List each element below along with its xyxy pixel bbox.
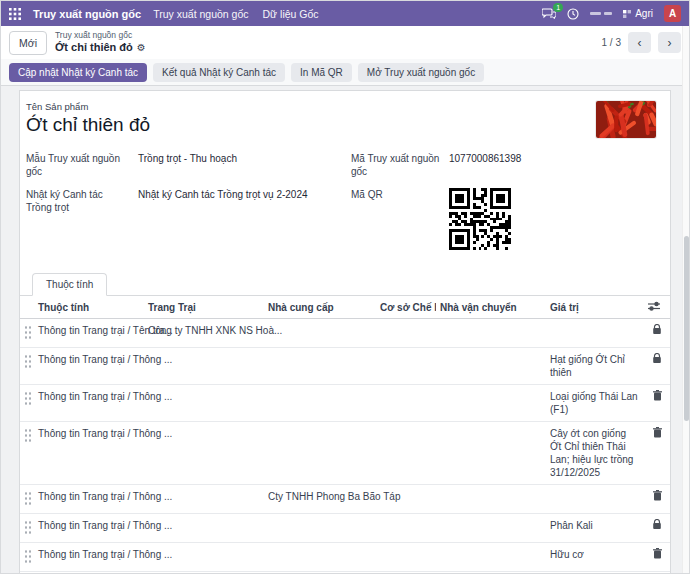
user-avatar[interactable]: A — [664, 5, 681, 22]
table-row[interactable]: Thông tin Trang trại / Thông ...Cây ớt c… — [20, 422, 670, 485]
cell-processor[interactable] — [376, 572, 436, 574]
trash-icon[interactable] — [644, 543, 670, 572]
activities-clock-icon[interactable] — [567, 8, 579, 20]
cell-attribute[interactable]: Thông tin Trang trại / Thông ... — [34, 485, 144, 514]
trash-icon[interactable] — [644, 422, 670, 485]
open-traceability-button[interactable]: Mở Truy xuất nguồn gốc — [358, 63, 484, 82]
cell-processor[interactable] — [376, 319, 436, 348]
trash-icon[interactable] — [644, 385, 670, 422]
table-row[interactable]: Thông tin Trang trại / Thông ...Hữu cơ — [20, 543, 670, 572]
cell-processor[interactable] — [376, 514, 436, 543]
cell-transporter[interactable] — [436, 385, 546, 422]
update-farming-log-button[interactable]: Cập nhật Nhật ký Canh tác — [9, 63, 147, 82]
cell-transporter[interactable] — [436, 572, 546, 574]
breadcrumb-parent[interactable]: Truy xuất nguồn gốc — [55, 31, 146, 41]
col-value[interactable]: Giá trị — [546, 296, 644, 319]
cell-processor[interactable] — [376, 385, 436, 422]
cell-value[interactable]: Cây ớt con giống Ớt Chỉ thiên Thái Lan; … — [546, 422, 644, 485]
cell-transporter[interactable] — [436, 319, 546, 348]
col-supplier[interactable]: Nhà cung cấp — [264, 296, 376, 319]
field-value[interactable]: Trồng trọt - Thu hoạch — [138, 152, 337, 165]
cell-transporter[interactable] — [436, 422, 546, 485]
app-title[interactable]: Truy xuất nguồn gốc — [33, 8, 141, 20]
menu-traceability[interactable]: Truy xuất nguồn gốc — [153, 8, 248, 20]
optional-columns-icon[interactable] — [644, 296, 670, 319]
cell-processor[interactable] — [376, 543, 436, 572]
cell-value[interactable]: Hữu cơ — [546, 543, 644, 572]
cell-transporter[interactable] — [436, 514, 546, 543]
cell-supplier[interactable] — [264, 514, 376, 543]
tab-attributes[interactable]: Thuộc tính — [32, 273, 107, 296]
cell-attribute[interactable]: Thông tin Trang trại / Thông ... — [34, 572, 144, 574]
new-button[interactable]: Mới — [9, 31, 47, 55]
cell-attribute[interactable]: Thông tin Trang trại / Thông ... — [34, 514, 144, 543]
cell-farm[interactable]: Công ty TNHH XNK NS Hoà... — [144, 319, 264, 348]
pager-next-button[interactable]: › — [658, 32, 681, 53]
cell-supplier[interactable]: Cty TNHH Phong Ba Bão Táp — [264, 485, 376, 514]
table-row[interactable]: Thông tin Trang trại / Thông ...Hạt giốn… — [20, 348, 670, 385]
cell-processor[interactable] — [376, 422, 436, 485]
cell-processor[interactable] — [376, 348, 436, 385]
cell-value[interactable]: Phân Kali — [546, 514, 644, 543]
product-photo[interactable] — [596, 101, 656, 138]
cell-supplier[interactable] — [264, 572, 376, 574]
cell-value[interactable] — [546, 485, 644, 514]
farming-log-result-button[interactable]: Kết quả Nhật ký Canh tác — [153, 63, 285, 82]
drag-handle[interactable] — [20, 485, 34, 514]
field-value[interactable]: 1077000861398 — [449, 152, 662, 165]
table-row[interactable]: Thông tin Trang trại / Tên tra...Công ty… — [20, 319, 670, 348]
drag-handle[interactable] — [20, 514, 34, 543]
table-row[interactable]: Thông tin Trang trại / Thông ...Loại giố… — [20, 385, 670, 422]
table-row[interactable]: Thông tin Trang trại / Thông ...Phân Kal… — [20, 572, 670, 574]
cell-attribute[interactable]: Thông tin Trang trại / Tên tra... — [34, 319, 144, 348]
apps-grid-icon[interactable] — [9, 8, 21, 20]
record-title: Ớt chỉ thiên đỏ — [55, 41, 133, 54]
cell-transporter[interactable] — [436, 543, 546, 572]
drag-handle[interactable] — [20, 422, 34, 485]
table-row[interactable]: Thông tin Trang trại / Thông ...Cty TNHH… — [20, 485, 670, 514]
control-panel: Mới Truy xuất nguồn gốc Ớt chỉ thiên đỏ … — [1, 26, 689, 59]
trash-icon[interactable] — [644, 572, 670, 574]
messages-icon[interactable]: 1 — [542, 8, 556, 20]
cell-farm[interactable] — [144, 572, 264, 574]
drag-handle[interactable] — [20, 543, 34, 572]
systray-extra — [590, 12, 612, 15]
col-processor[interactable]: Cơ sở Chế biến — [376, 296, 436, 319]
print-qr-button[interactable]: In Mã QR — [291, 63, 352, 82]
pager-value[interactable]: 1 / 3 — [602, 37, 621, 48]
cell-supplier[interactable] — [264, 385, 376, 422]
field-value[interactable]: Nhật ký Canh tác Trồng trọt vụ 2-2024 — [138, 188, 337, 201]
trash-icon[interactable] — [644, 485, 670, 514]
product-name-value[interactable]: Ớt chỉ thiên đỏ — [26, 114, 662, 136]
cell-attribute[interactable]: Thông tin Trang trại / Thông ... — [34, 422, 144, 485]
cell-supplier[interactable] — [264, 348, 376, 385]
col-transporter[interactable]: Nhà vận chuyển — [436, 296, 546, 319]
lock-icon[interactable] — [644, 319, 670, 348]
cell-supplier[interactable] — [264, 543, 376, 572]
cell-value[interactable]: Phân Kali hỗn hợp, hạn sử dụng đến 31/12… — [546, 572, 644, 574]
company-switcher[interactable]: Agri — [623, 8, 653, 19]
cell-value[interactable]: Loại giống Thái Lan (F1) — [546, 385, 644, 422]
menu-master-data[interactable]: Dữ liệu Gốc — [263, 8, 319, 20]
company-name: Agri — [635, 8, 653, 19]
cell-transporter[interactable] — [436, 348, 546, 385]
col-farm[interactable]: Trang Trại — [144, 296, 264, 319]
table-row[interactable]: Thông tin Trang trại / Thông ...Phân Kal… — [20, 514, 670, 543]
drag-handle[interactable] — [20, 348, 34, 385]
drag-handle[interactable] — [20, 572, 34, 574]
cell-transporter[interactable] — [436, 485, 546, 514]
cell-value[interactable]: Hạt giống Ớt Chỉ thiên — [546, 348, 644, 385]
pager-prev-button[interactable]: ‹ — [628, 32, 651, 53]
lock-icon[interactable] — [644, 514, 670, 543]
cell-attribute[interactable]: Thông tin Trang trại / Thông ... — [34, 348, 144, 385]
scrollbar-thumb[interactable] — [684, 236, 689, 421]
col-attribute[interactable]: Thuộc tính — [34, 296, 144, 319]
cell-attribute[interactable]: Thông tin Trang trại / Thông ... — [34, 543, 144, 572]
cell-supplier[interactable] — [264, 422, 376, 485]
drag-handle[interactable] — [20, 385, 34, 422]
drag-handle[interactable] — [20, 319, 34, 348]
cell-value[interactable] — [546, 319, 644, 348]
cell-attribute[interactable]: Thông tin Trang trại / Thông ... — [34, 385, 144, 422]
lock-icon[interactable] — [644, 348, 670, 385]
gear-icon[interactable]: ⚙ — [137, 42, 146, 54]
